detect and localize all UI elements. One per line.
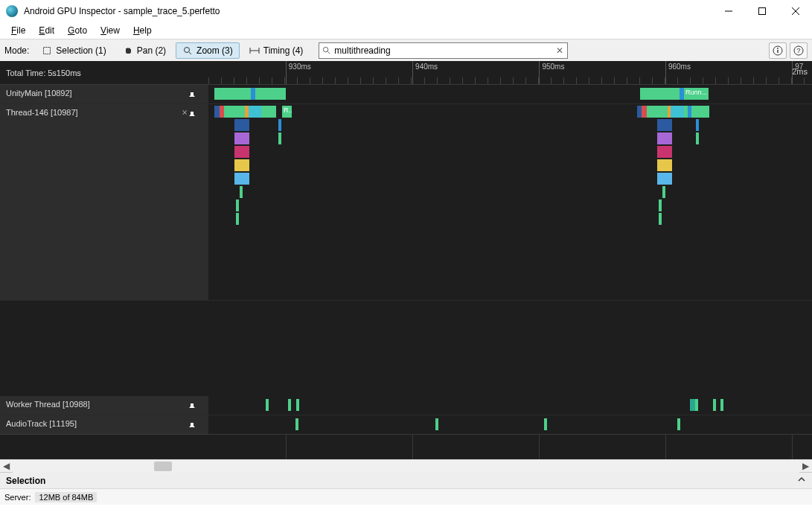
svg-point-2 (185, 47, 190, 52)
track-body-audio[interactable] (208, 415, 812, 434)
menubar: File Edit Goto View Help (0, 22, 812, 39)
mode-zoom-label: Zoom (3) (196, 45, 233, 56)
selection-panel-header[interactable]: Selection (0, 472, 812, 488)
minimize-button[interactable] (712, 0, 745, 22)
chevron-up-icon (797, 475, 806, 486)
zoom-icon (182, 45, 193, 56)
help-button[interactable]: ? (790, 42, 808, 59)
mode-label: Mode: (4, 45, 29, 56)
track-label-unitymain[interactable]: UnityMain [10892] (0, 85, 208, 103)
track-label-worker[interactable]: Worker Thread [10988] (0, 396, 208, 415)
track-label-text: Thread-146 [10987] (6, 108, 78, 117)
total-time-text: Total Time: 5s150ms (6, 68, 81, 77)
total-time-label: Total Time: 5s150ms 2ms (0, 61, 208, 84)
svg-rect-6 (777, 50, 778, 53)
pin-icon[interactable] (194, 108, 202, 117)
scroll-left-button[interactable]: ◀ (0, 460, 13, 473)
statusbar: Server: 12MB of 84MB (0, 488, 812, 505)
spacer-label (0, 301, 208, 396)
mode-pan-button[interactable]: Pan (2) (116, 42, 173, 59)
maximize-button[interactable] (745, 0, 779, 22)
search-input[interactable] (333, 45, 552, 56)
menu-goto[interactable]: Goto (61, 23, 94, 38)
search-clear-button[interactable]: ✕ (552, 45, 567, 56)
mode-pan-label: Pan (2) (137, 45, 166, 56)
track-row-audio: AudioTrack [11195] (0, 415, 812, 435)
info-button[interactable] (769, 42, 787, 59)
svg-text:?: ? (796, 47, 800, 54)
titlebar: Android GPU Inspector - sample_trace_5.p… (0, 0, 812, 22)
track-row-worker: Worker Thread [10988] (0, 396, 812, 415)
pin-icon[interactable] (194, 89, 202, 98)
menu-help[interactable]: Help (127, 23, 159, 38)
mode-selection-button[interactable]: Selection (1) (35, 42, 112, 59)
track-label-text: AudioTrack [11195] (6, 419, 77, 428)
mode-timing-label: Timing (4) (263, 45, 304, 56)
selection-title: Selection (6, 476, 45, 486)
svg-rect-1 (44, 47, 51, 54)
menu-edit[interactable]: Edit (32, 23, 61, 38)
pin-icon[interactable] (194, 400, 202, 409)
time-ruler[interactable]: 930ms940ms950ms960ms97 (208, 61, 812, 84)
svg-point-3 (323, 47, 327, 51)
pan-icon (123, 45, 133, 56)
menu-file[interactable]: File (4, 23, 32, 38)
mode-zoom-button[interactable]: Zoom (3) (176, 42, 240, 59)
search-box: ✕ (319, 42, 568, 59)
track-body-thread146[interactable]: R... (208, 104, 812, 300)
spacer-body (208, 301, 812, 396)
track-body-unitymain[interactable]: Runn... (208, 85, 812, 103)
hscrollbar[interactable]: ◀ ▶ (0, 459, 812, 472)
scroll-thumb[interactable] (154, 462, 171, 471)
window-title: Android GPU Inspector - sample_trace_5.p… (24, 6, 712, 16)
pin-icon[interactable] (194, 419, 202, 428)
selection-icon (42, 45, 52, 56)
svg-point-5 (777, 48, 779, 49)
track-label-thread146[interactable]: Thread-146 [10987] ⨯ (0, 104, 208, 300)
track-body-worker[interactable] (208, 396, 812, 415)
scroll-track[interactable] (13, 460, 799, 473)
status-server-label: Server: (4, 493, 31, 502)
toolbar: Mode: Selection (1) Pan (2) Zoom (3) Tim… (0, 39, 812, 61)
track-row-spacer (0, 301, 812, 396)
track-label-text: Worker Thread [10988] (6, 400, 90, 409)
window-controls (712, 0, 812, 22)
status-memory: 12MB of 84MB (35, 492, 97, 502)
mode-selection-label: Selection (1) (56, 45, 106, 56)
track-label-text: UnityMain [10892] (6, 89, 72, 98)
track-label-audio[interactable]: AudioTrack [11195] (0, 415, 208, 434)
search-icon (319, 46, 333, 54)
scroll-right-button[interactable]: ▶ (799, 460, 812, 473)
ruler-row: Total Time: 5s150ms 2ms 930ms940ms950ms9… (0, 61, 812, 85)
track-row-thread146: Thread-146 [10987] ⨯ R... (0, 104, 812, 301)
track-row-unitymain: UnityMain [10892] Runn... (0, 85, 812, 104)
tracks-area[interactable]: UnityMain [10892] Runn... Thread-146 [10… (0, 85, 812, 459)
app-icon (6, 5, 18, 17)
menu-view[interactable]: View (94, 23, 127, 38)
mode-timing-button[interactable]: Timing (4) (243, 42, 310, 59)
close-button[interactable] (779, 0, 812, 22)
timeline: Total Time: 5s150ms 2ms 930ms940ms950ms9… (0, 61, 812, 472)
timing-icon (249, 45, 260, 56)
svg-rect-0 (758, 8, 765, 15)
